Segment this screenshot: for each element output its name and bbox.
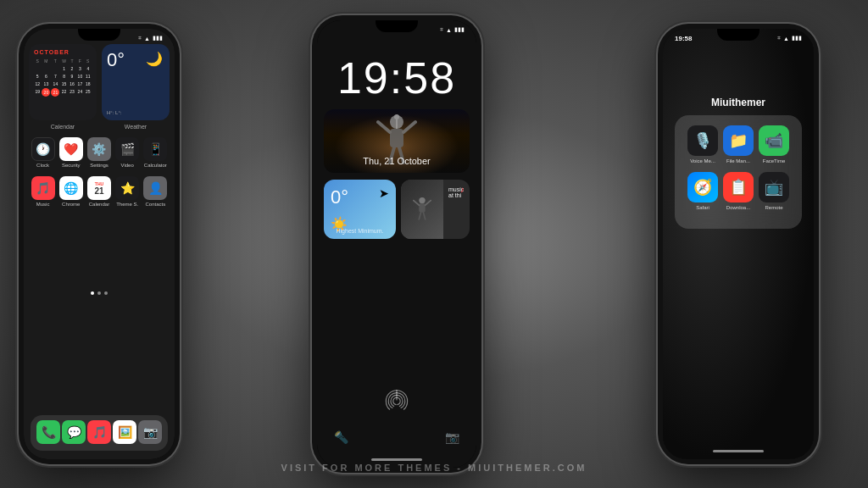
widget-labels: Calendar Weather: [29, 124, 170, 130]
folder-app-voicememo[interactable]: 🎙️ Voice Me...: [687, 125, 719, 164]
app-clock[interactable]: 🕐 Clock: [31, 137, 56, 168]
settings-label: Settings: [90, 163, 108, 168]
camera-icon: 📷: [138, 420, 162, 444]
lock-concert-widget: Thu, 21 October: [324, 109, 470, 173]
home-indicator-right: [713, 450, 764, 452]
app-calendar[interactable]: THU21 Calendar: [86, 176, 112, 207]
dock-photos[interactable]: 🖼️: [112, 420, 137, 446]
calendar-widget[interactable]: OCTOBER S M T W T F S 1 2 3 4 5: [29, 44, 97, 120]
security-label: Security: [62, 163, 81, 168]
app-contacts[interactable]: 👤 Contacts: [142, 176, 168, 207]
safari-icon: 🧭: [687, 172, 718, 202]
cal-t2: T: [69, 58, 75, 64]
wifi-icon: ▲: [144, 36, 150, 42]
reminders-icon: 📋: [723, 172, 754, 202]
contacts-label: Contacts: [146, 202, 166, 207]
dock-camera[interactable]: 📷: [137, 420, 163, 446]
cal-d17: 17: [76, 80, 83, 87]
music-icon: 🎵: [31, 176, 55, 200]
calendar-app-label: Calendar: [89, 202, 109, 207]
cal-s1: S: [34, 58, 41, 64]
svg-line-11: [426, 201, 431, 206]
appletv-icon: 📺: [759, 172, 789, 202]
fingerprint-icon[interactable]: [385, 388, 409, 417]
svg-line-13: [423, 212, 425, 219]
folder-app-appletv[interactable]: 📺 Remote: [758, 172, 790, 210]
app-calculator[interactable]: 📱 Calculator: [142, 137, 168, 168]
weather-hl: H°: L°:: [107, 110, 121, 115]
dock-messages[interactable]: 💬: [61, 420, 86, 446]
reminders-label: Downloa...: [726, 205, 750, 210]
svg-line-2: [378, 122, 390, 132]
calculator-icon: 📱: [143, 137, 167, 161]
app-settings[interactable]: ⚙️ Settings: [86, 137, 112, 168]
cal-d4: 4: [85, 65, 92, 72]
cal-d: [34, 65, 41, 72]
weather-widget[interactable]: 0° 🌙 H°: L°:: [102, 44, 170, 120]
svg-line-10: [414, 201, 419, 206]
chrome-icon: 🌐: [59, 176, 83, 200]
battery-icon: ▮▮▮: [153, 35, 163, 42]
folder-app-safari[interactable]: 🧭 Safari: [687, 172, 719, 210]
appletv-label: Remote: [765, 205, 782, 210]
cal-d13: 13: [42, 80, 50, 87]
fileman-icon: 📁: [723, 125, 754, 156]
app-row-1: 🕐 Clock ❤️ Security ⚙️ Settings 🎬 Video …: [29, 137, 170, 168]
cal-d: [51, 65, 59, 72]
music-thumb: [401, 180, 443, 239]
widgets-row: OCTOBER S M T W T F S 1 2 3 4 5: [29, 44, 170, 120]
lock-weather-widget[interactable]: 0° ➤ ☀️ Highest Minimum.: [324, 180, 396, 239]
dock-phone[interactable]: 📞: [36, 420, 61, 446]
facetime-label: FaceTime: [763, 158, 785, 164]
app-row-2: 🎵 Music 🌐 Chrome THU21 Calendar ⭐ Theme …: [29, 176, 170, 207]
dock-music[interactable]: 🎵: [86, 420, 112, 446]
nav-icon: ➤: [379, 186, 389, 200]
watermark: VISIT FOR MORE THEMES - MIUITHEMER.COM: [281, 463, 587, 473]
folder-app-fileman[interactable]: 📁 File Man...: [722, 125, 754, 164]
music-label: Music: [36, 202, 50, 207]
flashlight-icon: 🔦: [334, 430, 348, 444]
folder-container: Miuithemer 🎙️ Voice Me... 📁 File Man... …: [675, 97, 802, 229]
lock-music-widget-small[interactable]: music at thi ♪: [401, 180, 470, 239]
phone-center-screen: ⌗ ▲ ▮▮▮ 19:58: [317, 20, 476, 468]
notch-right: [717, 29, 760, 41]
page-dots: [91, 291, 108, 295]
silk-bg: [663, 29, 814, 459]
clock-label: Clock: [36, 163, 49, 168]
status-icons-center: ⌗ ▲ ▮▮▮: [440, 26, 465, 33]
cal-d22: 22: [60, 88, 67, 97]
folder-app-reminders[interactable]: 📋 Downloa...: [722, 172, 754, 210]
folder-row-1: 🎙️ Voice Me... 📁 File Man... 📹 FaceTime: [685, 125, 792, 164]
cal-m: M: [42, 58, 50, 64]
folder-app-facetime[interactable]: 📹 FaceTime: [758, 125, 790, 164]
phone-right: 19:58 ⌗ ▲ ▮▮▮ Miuithemer 🎙️ Voice Me... …: [658, 24, 819, 464]
app-music[interactable]: 🎵 Music: [31, 176, 56, 207]
battery-icon-c: ▮▮▮: [454, 26, 465, 33]
calendar-grid: S M T W T F S 1 2 3 4 5 6 7: [34, 58, 92, 97]
app-chrome[interactable]: 🌐 Chrome: [58, 176, 84, 207]
lock-date: Thu, 21 October: [324, 156, 470, 166]
voicememo-label: Voice Me...: [690, 158, 715, 164]
calendar-label: Calendar: [29, 124, 97, 130]
camera-bottom-icon: 📷: [445, 430, 459, 444]
calculator-label: Calculator: [144, 163, 167, 168]
app-video[interactable]: 🎬 Video: [114, 137, 140, 168]
bt-icon-c: ⌗: [440, 26, 443, 33]
cal-s2: S: [85, 58, 92, 64]
svg-rect-9: [419, 203, 425, 212]
video-label: Video: [121, 163, 134, 168]
notch-center: [376, 20, 418, 32]
fileman-label: File Man...: [726, 158, 750, 164]
photos-icon: 🖼️: [113, 420, 136, 444]
cal-today: 20: [42, 88, 50, 97]
safari-label: Safari: [696, 205, 709, 210]
app-themes[interactable]: ⭐ Theme S.: [114, 176, 140, 207]
cal-f: F: [76, 58, 83, 64]
wifi-icon-c: ▲: [446, 27, 452, 33]
lock-widgets-row: 0° ➤ ☀️ Highest Minimum.: [324, 180, 470, 239]
app-security[interactable]: ❤️ Security: [58, 137, 84, 168]
cal-d7: 7: [51, 73, 59, 80]
moon-icon: 🌙: [146, 51, 163, 67]
contacts-icon: 👤: [143, 176, 167, 200]
music-singer-svg: [410, 197, 434, 222]
